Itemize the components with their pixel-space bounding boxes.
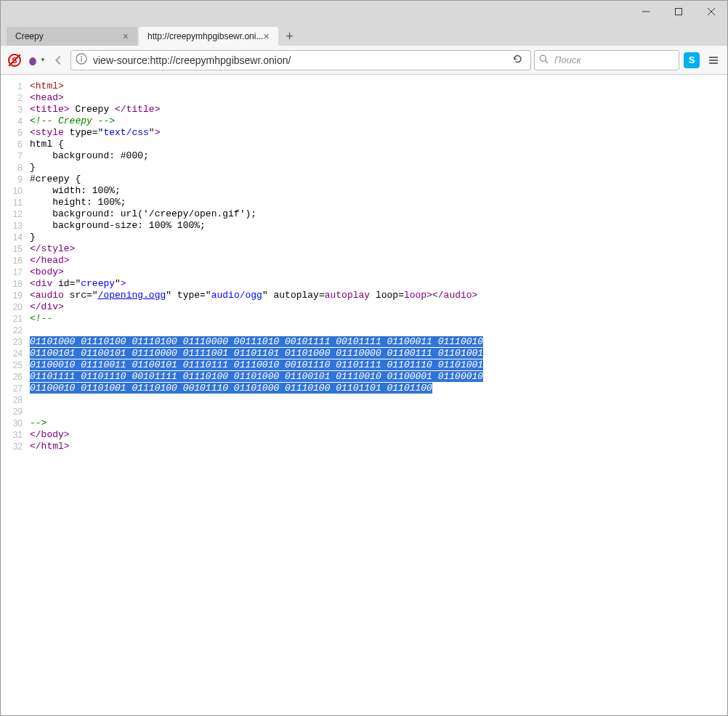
source-code[interactable]: </body> (30, 429, 720, 441)
line-number: 2 (8, 92, 30, 104)
line-number: 10 (8, 185, 30, 197)
source-code[interactable]: 01100010 01110011 01100101 01110111 0111… (30, 359, 720, 371)
source-code[interactable]: background-size: 100% 100%; (30, 220, 720, 232)
source-line: 7 background: #000; (8, 150, 720, 162)
source-code[interactable]: <!-- Creepy --> (30, 115, 720, 127)
url-bar[interactable] (70, 50, 531, 70)
source-code[interactable]: </head> (30, 255, 720, 267)
line-number: 31 (8, 429, 30, 441)
svg-point-4 (29, 57, 36, 65)
line-number: 3 (8, 104, 30, 115)
source-code[interactable]: } (30, 232, 720, 243)
search-bar[interactable] (534, 50, 679, 70)
source-code[interactable]: 01101111 01101110 00101111 01110100 0110… (30, 371, 720, 383)
source-code[interactable]: </style> (30, 243, 720, 255)
search-input[interactable] (553, 54, 679, 66)
info-icon[interactable] (76, 53, 87, 67)
line-number: 32 (8, 441, 30, 452)
source-line: 15</style> (8, 243, 720, 255)
tab-strip: Creepy × http://creepymhpgibsewr.oni... … (1, 23, 727, 46)
line-number: 11 (8, 197, 30, 208)
source-code[interactable]: </div> (30, 301, 720, 313)
line-number: 19 (8, 290, 30, 301)
line-number: 20 (8, 301, 30, 313)
source-code[interactable] (30, 394, 720, 406)
reload-button[interactable] (509, 54, 526, 67)
window-maximize-button[interactable] (662, 1, 695, 23)
source-code[interactable]: } (30, 162, 720, 174)
tab-label: http://creepymhpgibsewr.oni... (147, 31, 263, 41)
source-code[interactable]: background: url('/creepy/open.gif'); (30, 208, 720, 220)
source-line: 22 (8, 325, 720, 336)
source-code[interactable]: width: 100%; (30, 185, 720, 197)
skype-extension-icon[interactable]: S (682, 51, 701, 70)
source-code[interactable]: </html> (30, 441, 720, 452)
source-code[interactable]: html { (30, 139, 720, 150)
source-code[interactable]: background: #000; (30, 150, 720, 162)
line-number: 15 (8, 243, 30, 255)
tab-creepy[interactable]: Creepy × (7, 27, 137, 46)
source-line: 5<style type="text/css"> (8, 127, 720, 139)
hamburger-menu-button[interactable] (704, 51, 723, 70)
svg-rect-1 (675, 9, 682, 15)
line-number: 17 (8, 267, 30, 278)
line-number: 5 (8, 127, 30, 139)
source-line: 31</body> (8, 429, 720, 441)
source-line: 30--> (8, 418, 720, 429)
source-line: 8} (8, 162, 720, 174)
source-code[interactable] (30, 325, 720, 336)
source-code[interactable]: <div id="creepy"> (30, 278, 720, 290)
tab-label: Creepy (15, 31, 44, 41)
source-code[interactable]: <body> (30, 267, 720, 278)
line-number: 26 (8, 371, 30, 383)
source-line: 20</div> (8, 301, 720, 313)
source-line: 2601101111 01101110 00101111 01110100 01… (8, 371, 720, 383)
source-code[interactable]: 01101000 01110100 01110100 01110000 0011… (30, 336, 720, 348)
source-code[interactable]: <title> Creepy </title> (30, 104, 720, 115)
toolbar: S ▼ S (1, 46, 727, 75)
source-line: 9#creepy { (8, 174, 720, 185)
svg-rect-7 (81, 58, 81, 62)
source-line: 2501100010 01110011 01100101 01110111 01… (8, 359, 720, 371)
source-view[interactable]: 1<html>2<head>3<title> Creepy </title>4<… (1, 75, 727, 715)
svg-line-9 (546, 60, 549, 63)
source-code[interactable] (30, 406, 720, 418)
source-line: 12 background: url('/creepy/open.gif'); (8, 208, 720, 220)
svg-point-8 (540, 55, 546, 61)
source-line: 13 background-size: 100% 100%; (8, 220, 720, 232)
back-button[interactable] (49, 51, 68, 70)
source-code[interactable]: <!-- (30, 313, 720, 325)
source-line: 4<!-- Creepy --> (8, 115, 720, 127)
source-code[interactable]: <head> (30, 92, 720, 104)
new-tab-button[interactable]: + (280, 27, 300, 46)
source-line: 2<head> (8, 92, 720, 104)
line-number: 6 (8, 139, 30, 150)
source-code[interactable]: 01100101 01100101 01110000 01111001 0110… (30, 348, 720, 359)
tab-viewsource[interactable]: http://creepymhpgibsewr.oni... × (139, 27, 278, 46)
source-code[interactable]: <html> (30, 81, 720, 92)
line-number: 14 (8, 232, 30, 243)
svg-point-6 (81, 56, 82, 57)
source-code[interactable]: 01100010 01101001 01110100 00101110 0110… (30, 383, 720, 394)
line-number: 9 (8, 174, 30, 185)
window-minimize-button[interactable] (629, 1, 662, 23)
source-code[interactable]: --> (30, 418, 720, 429)
tab-close-icon[interactable]: × (263, 31, 269, 41)
url-input[interactable] (92, 54, 505, 67)
tab-close-icon[interactable]: × (123, 31, 129, 41)
source-code[interactable]: <audio src="/opening.ogg" type="audio/og… (30, 290, 720, 301)
source-code[interactable]: #creepy { (30, 174, 720, 185)
tor-onion-icon[interactable]: ▼ (27, 51, 46, 70)
chevron-down-icon: ▼ (40, 57, 46, 63)
source-line: 14} (8, 232, 720, 243)
source-code[interactable]: height: 100%; (30, 197, 720, 208)
noscript-icon[interactable]: S (5, 51, 24, 70)
source-line: 3<title> Creepy </title> (8, 104, 720, 115)
line-number: 1 (8, 81, 30, 92)
source-line: 32</html> (8, 441, 720, 452)
window-close-button[interactable] (695, 1, 727, 23)
line-number: 28 (8, 394, 30, 406)
source-line: 2401100101 01100101 01110000 01111001 01… (8, 348, 720, 359)
source-code[interactable]: <style type="text/css"> (30, 127, 720, 139)
line-number: 16 (8, 255, 30, 267)
